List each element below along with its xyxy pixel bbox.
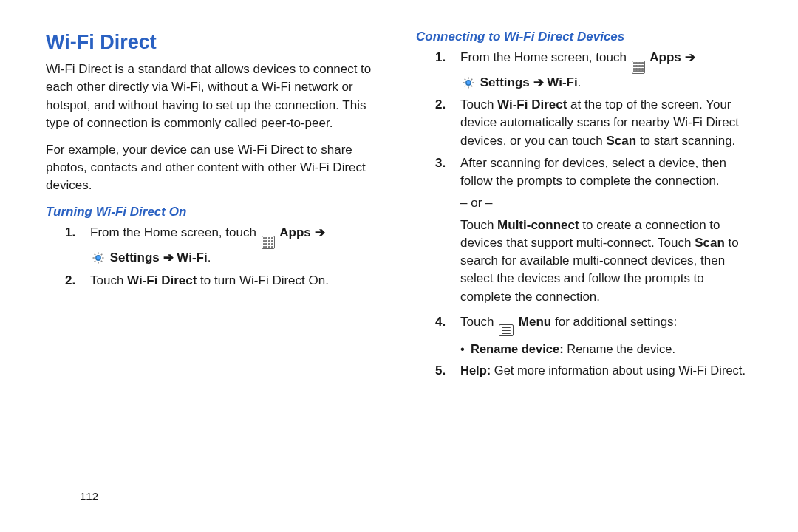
settings-icon (92, 251, 105, 265)
arrow-icon: ➔ (533, 75, 544, 89)
period: . (578, 75, 582, 89)
option-desc: Rename the device. (564, 342, 675, 355)
step-text: From the Home screen, touch (90, 225, 260, 239)
page-title: Wi-Fi Direct (46, 28, 382, 56)
step-1: 1. From the Home screen, touch Apps ➔ Se… (416, 49, 752, 92)
step-2: 2. Touch Wi-Fi Direct to turn Wi-Fi Dire… (46, 272, 382, 290)
apps-icon (262, 236, 275, 249)
subheading-connecting: Connecting to Wi-Fi Direct Devices (416, 28, 752, 46)
intro-paragraph-1: Wi-Fi Direct is a standard that allows d… (46, 61, 382, 132)
settings-label: Settings (110, 250, 160, 265)
svg-point-1 (466, 81, 471, 85)
connecting-steps-cont2: 5. Help: Get more information about usin… (416, 362, 752, 379)
scan-label: Scan (607, 134, 637, 148)
connecting-steps: 1. From the Home screen, touch Apps ➔ Se… (416, 49, 752, 190)
apps-label: Apps (279, 225, 311, 239)
step-number: 2. (65, 272, 75, 290)
step-number: 2. (435, 96, 446, 114)
left-column: Wi-Fi Direct Wi-Fi Direct is a standard … (46, 28, 382, 384)
turn-on-steps: 1. From the Home screen, touch Apps ➔ Se… (46, 224, 382, 289)
step-text: Touch (460, 218, 497, 232)
step-2: 2. Touch Wi-Fi Direct at the top of the … (416, 96, 752, 149)
wifi-label: Wi-Fi (177, 250, 207, 265)
menu-icon (499, 324, 514, 336)
or-separator: – or – (416, 194, 752, 212)
step-number: 1. (65, 224, 75, 242)
svg-point-0 (96, 256, 100, 260)
help-label: Help: (460, 364, 491, 377)
settings-label: Settings (480, 75, 530, 89)
wifi-direct-label: Wi-Fi Direct (127, 273, 197, 287)
step-number: 5. (435, 362, 446, 380)
step-text: Touch (460, 98, 497, 112)
step-4: 4. Touch Menu for additional settings: (416, 313, 752, 336)
step-text: to start scanning. (636, 134, 735, 148)
step-number: 4. (435, 313, 446, 331)
menu-options-list: Rename device: Rename the device. (416, 341, 752, 358)
wifi-label: Wi-Fi (547, 75, 577, 89)
right-column: Connecting to Wi-Fi Direct Devices 1. Fr… (416, 28, 752, 384)
step-3: 3. After scanning for devices, select a … (416, 154, 752, 190)
option-name: Rename device: (471, 342, 564, 355)
step-text: Touch (90, 273, 127, 287)
subheading-turn-on: Turning Wi-Fi Direct On (46, 203, 382, 221)
wifi-direct-label: Wi-Fi Direct (497, 98, 567, 112)
scan-label: Scan (695, 236, 725, 250)
intro-paragraph-2: For example, your device can use Wi-Fi D… (46, 141, 382, 194)
arrow-icon: ➔ (685, 50, 695, 64)
manual-page: Wi-Fi Direct Wi-Fi Direct is a standard … (0, 0, 798, 532)
multi-connect-paragraph: Touch Multi-connect to create a connecti… (416, 216, 752, 306)
two-column-layout: Wi-Fi Direct Wi-Fi Direct is a standard … (46, 28, 752, 384)
step-text: After scanning for devices, select a dev… (460, 156, 726, 188)
step-text: Touch (460, 315, 497, 329)
step-text: From the Home screen, touch (460, 50, 630, 64)
settings-icon (462, 76, 475, 89)
multi-connect-label: Multi-connect (497, 218, 579, 232)
help-desc: Get more information about using Wi-Fi D… (491, 364, 746, 377)
step-1: 1. From the Home screen, touch Apps ➔ Se… (46, 224, 382, 267)
step-5: 5. Help: Get more information about usin… (416, 362, 752, 379)
menu-label: Menu (519, 315, 551, 329)
period: . (208, 250, 211, 265)
step-number: 3. (435, 154, 446, 172)
step-number: 1. (435, 49, 446, 66)
page-number: 112 (80, 490, 98, 502)
apps-icon (632, 61, 645, 74)
list-item: Rename device: Rename the device. (460, 341, 752, 358)
step-text: to turn Wi-Fi Direct On. (197, 273, 329, 287)
arrow-icon: ➔ (163, 250, 174, 265)
apps-label: Apps (649, 50, 681, 64)
arrow-icon: ➔ (315, 225, 325, 239)
step-text: for additional settings: (555, 315, 677, 329)
connecting-steps-cont: 4. Touch Menu for additional settings: (416, 313, 752, 336)
